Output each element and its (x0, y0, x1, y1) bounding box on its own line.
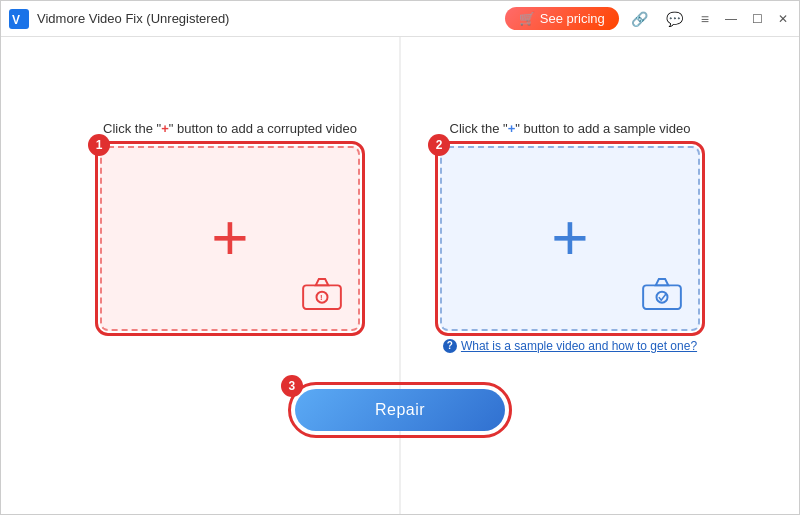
cart-icon: 🛒 (519, 11, 535, 26)
step-badge-1: 1 (88, 134, 110, 156)
add-sample-icon: + (551, 206, 588, 270)
minimize-button[interactable]: — (723, 11, 739, 27)
app-logo: V (9, 9, 29, 29)
titlebar-icons: 🔗 💬 ≡ — ☐ ✕ (627, 9, 791, 29)
sample-video-help-link[interactable]: ? What is a sample video and how to get … (443, 339, 697, 353)
left-panel-label: Click the "+" button to add a corrupted … (103, 121, 357, 136)
close-button[interactable]: ✕ (775, 11, 791, 27)
app-title: Vidmore Video Fix (Unregistered) (37, 11, 505, 26)
add-corrupted-icon: + (211, 206, 248, 270)
repair-section: 3 Repair (295, 389, 505, 431)
link-icon[interactable]: 🔗 (627, 9, 652, 29)
repair-button-wrapper: 3 Repair (295, 389, 505, 431)
right-plus-indicator: + (508, 121, 516, 136)
svg-point-8 (657, 291, 668, 302)
titlebar: V Vidmore Video Fix (Unregistered) 🛒 See… (1, 1, 799, 37)
right-panel-label: Click the "+" button to add a sample vid… (450, 121, 691, 136)
question-icon: ? (443, 339, 457, 353)
corrupted-video-dropzone[interactable]: 1 + ! (100, 146, 360, 331)
svg-text:V: V (12, 13, 20, 27)
sample-video-dropzone[interactable]: 2 + (440, 146, 700, 331)
svg-rect-6 (643, 285, 681, 309)
step-badge-2: 2 (428, 134, 450, 156)
step-badge-3: 3 (281, 375, 303, 397)
main-content: Click the "+" button to add a corrupted … (1, 37, 799, 514)
pricing-button[interactable]: 🛒 See pricing (505, 7, 619, 30)
corrupted-camera-icon: ! (300, 277, 344, 315)
svg-text:!: ! (320, 293, 323, 302)
left-plus-indicator: + (161, 121, 169, 136)
svg-marker-7 (656, 279, 669, 285)
maximize-button[interactable]: ☐ (749, 11, 765, 27)
svg-marker-3 (316, 279, 329, 285)
repair-button[interactable]: Repair (295, 389, 505, 431)
chat-icon[interactable]: 💬 (662, 9, 687, 29)
vertical-divider (400, 37, 401, 514)
right-panel: Click the "+" button to add a sample vid… (420, 121, 720, 353)
sample-camera-icon (640, 277, 684, 315)
left-panel: Click the "+" button to add a corrupted … (80, 121, 380, 331)
menu-icon[interactable]: ≡ (697, 9, 713, 29)
